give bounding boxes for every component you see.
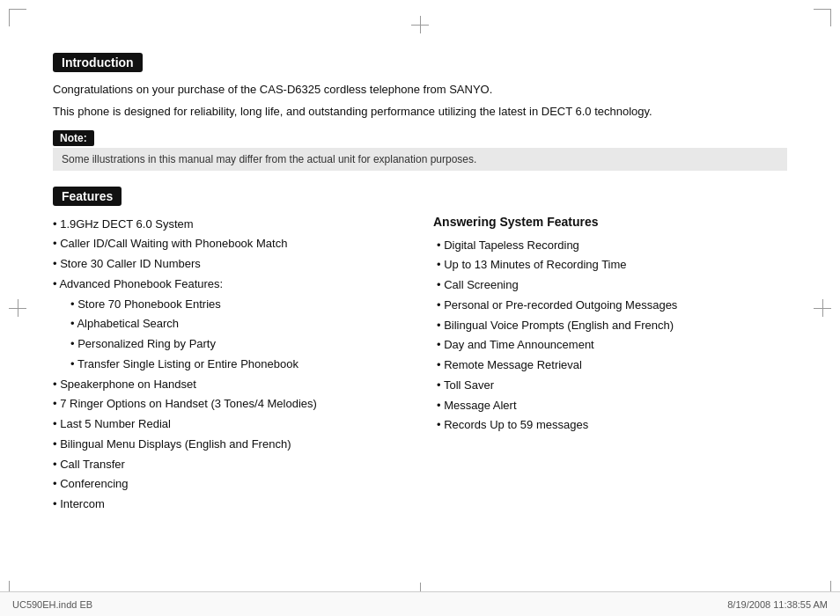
features-columns: 1.9GHz DECT 6.0 System Caller ID/Call Wa… bbox=[53, 215, 787, 515]
footer: UC590EH.indd EB 8/19/2008 11:38:55 AM bbox=[0, 591, 840, 616]
list-item: Call Transfer bbox=[53, 455, 407, 475]
list-item: Conferencing bbox=[53, 474, 407, 495]
list-item: Last 5 Number Redial bbox=[53, 414, 407, 435]
introduction-title: Introduction bbox=[53, 53, 143, 72]
features-left: 1.9GHz DECT 6.0 System Caller ID/Call Wa… bbox=[53, 215, 424, 515]
footer-left: UC590EH.indd EB bbox=[12, 599, 92, 610]
list-item: Toll Saver bbox=[433, 376, 787, 396]
list-item: Bilingual Menu Displays (English and Fre… bbox=[53, 435, 407, 455]
intro-paragraph2: This phone is designed for reliability, … bbox=[53, 103, 787, 121]
list-item: Message Alert bbox=[433, 396, 787, 416]
list-item: Bilingual Voice Prompts (English and Fre… bbox=[433, 316, 787, 336]
list-item: Remote Message Retrieval bbox=[433, 356, 787, 376]
introduction-section: Introduction Congratulations on your pur… bbox=[53, 53, 787, 171]
crosshair-top bbox=[411, 16, 429, 33]
answering-system-title: Answering System Features bbox=[433, 215, 787, 229]
list-item: Up to 13 Minutes of Recording Time bbox=[433, 255, 787, 275]
features-right: Answering System Features Digital Tapele… bbox=[424, 215, 787, 515]
page: Introduction Congratulations on your pur… bbox=[0, 0, 840, 616]
list-item: Store 70 Phonebook Entries bbox=[70, 295, 407, 315]
features-title: Features bbox=[53, 187, 122, 206]
list-item: Caller ID/Call Waiting with Phonebook Ma… bbox=[53, 234, 407, 254]
note-text: Some illustrations in this manual may di… bbox=[53, 148, 787, 171]
list-item: 7 Ringer Options on Handset (3 Tones/4 M… bbox=[53, 394, 407, 414]
list-item: Intercom bbox=[53, 495, 407, 515]
advanced-sub-list: Store 70 Phonebook Entries Alphabetical … bbox=[53, 295, 407, 375]
list-item: Day and Time Announcement bbox=[433, 335, 787, 356]
list-item: 1.9GHz DECT 6.0 System bbox=[53, 215, 407, 235]
list-item: Store 30 Caller ID Numbers bbox=[53, 254, 407, 275]
list-item: Transfer Single Listing or Entire Phoneb… bbox=[70, 355, 407, 375]
note-section: Note: Some illustrations in this manual … bbox=[53, 130, 787, 171]
features-section: Features 1.9GHz DECT 6.0 System Caller I… bbox=[53, 187, 787, 515]
list-item: Advanced Phonebook Features: Store 70 Ph… bbox=[53, 275, 407, 375]
list-item: Digital Tapeless Recording bbox=[433, 236, 787, 256]
list-item: Records Up to 59 messages bbox=[433, 415, 787, 436]
list-item: Alphabetical Search bbox=[70, 314, 407, 334]
crosshair-right bbox=[814, 299, 831, 317]
list-item: Call Screening bbox=[433, 275, 787, 296]
answering-list: Digital Tapeless Recording Up to 13 Minu… bbox=[433, 236, 787, 436]
footer-right: 8/19/2008 11:38:55 AM bbox=[727, 599, 828, 610]
feature-list-left: 1.9GHz DECT 6.0 System Caller ID/Call Wa… bbox=[53, 215, 407, 515]
list-item: Personal or Pre-recorded Outgoing Messag… bbox=[433, 296, 787, 316]
crosshair-left bbox=[9, 299, 26, 317]
list-item: Speakerphone on Handset bbox=[53, 375, 407, 395]
corner-mark-tr bbox=[814, 9, 831, 26]
intro-paragraph1: Congratulations on your purchase of the … bbox=[53, 81, 787, 99]
list-item: Personalized Ring by Party bbox=[70, 334, 407, 355]
note-title: Note: bbox=[53, 130, 94, 146]
corner-mark-tl bbox=[9, 9, 26, 26]
